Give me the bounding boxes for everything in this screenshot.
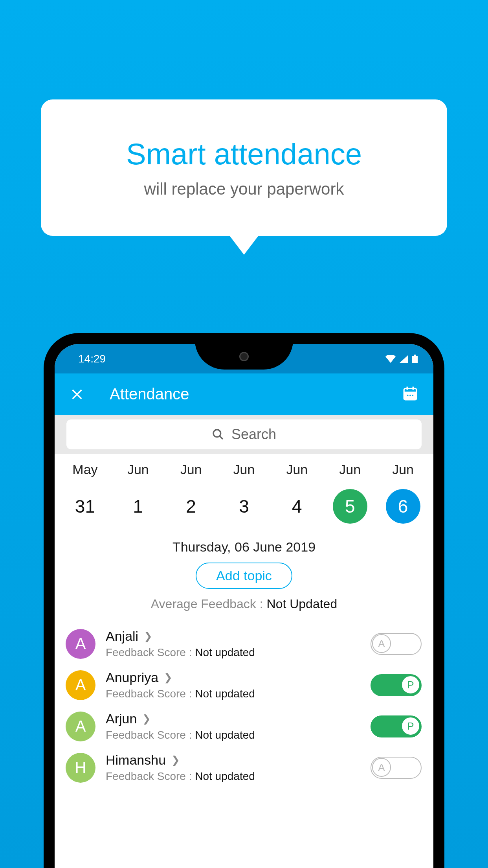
status-time: 14:29 xyxy=(78,353,106,365)
chevron-right-icon: ❯ xyxy=(171,754,180,766)
date-month: Jun xyxy=(180,462,202,477)
svg-point-9 xyxy=(412,394,413,396)
date-day: 6 xyxy=(386,489,420,524)
student-row[interactable]: AAnupriya❯Feedback Score : Not updatedP xyxy=(55,664,433,706)
svg-rect-1 xyxy=(414,355,416,356)
student-name-text: Arjun xyxy=(106,711,137,726)
app-header: Attendance xyxy=(55,373,433,415)
svg-point-8 xyxy=(409,394,411,396)
toggle-knob: P xyxy=(401,675,420,694)
calendar-button[interactable] xyxy=(403,386,418,403)
date-day: 1 xyxy=(121,489,155,524)
search-input[interactable]: Search xyxy=(66,419,422,449)
student-row[interactable]: AAnjali❯Feedback Score : Not updatedA xyxy=(55,623,433,664)
promo-subtitle: will replace your paperwork xyxy=(144,180,344,199)
wifi-icon xyxy=(385,355,396,363)
current-date: Thursday, 06 June 2019 xyxy=(55,539,433,555)
feedback-label: Feedback Score : xyxy=(106,770,195,782)
date-cell[interactable]: Jun3 xyxy=(218,462,271,524)
attendance-toggle[interactable]: A xyxy=(371,757,422,779)
toggle-knob: A xyxy=(372,634,391,653)
signal-icon xyxy=(400,355,408,363)
date-day: 4 xyxy=(280,489,314,524)
student-name-text: Himanshu xyxy=(106,752,166,768)
date-cell[interactable]: Jun6 xyxy=(376,462,429,524)
search-wrap: Search xyxy=(55,415,433,454)
student-name[interactable]: Anjali❯ xyxy=(106,629,360,644)
attendance-toggle[interactable]: A xyxy=(371,633,422,655)
header-title: Attendance xyxy=(110,385,379,403)
date-month: Jun xyxy=(339,462,361,477)
avatar: A xyxy=(66,629,95,659)
toggle-knob: A xyxy=(372,758,391,777)
svg-rect-5 xyxy=(407,386,408,390)
date-strip[interactable]: May31Jun1Jun2Jun3Jun4Jun5Jun6 xyxy=(55,454,433,528)
feedback-line: Feedback Score : Not updated xyxy=(106,688,360,700)
add-topic-wrap: Add topic xyxy=(55,563,433,589)
date-cell[interactable]: Jun1 xyxy=(112,462,165,524)
date-cell[interactable]: Jun2 xyxy=(165,462,218,524)
feedback-line: Feedback Score : Not updated xyxy=(106,770,360,783)
feedback-line: Feedback Score : Not updated xyxy=(106,646,360,659)
date-day: 3 xyxy=(227,489,261,524)
student-list[interactable]: AAnjali❯Feedback Score : Not updatedAAAn… xyxy=(55,623,433,788)
attendance-toggle[interactable]: P xyxy=(371,715,422,737)
student-row[interactable]: AArjun❯Feedback Score : Not updatedP xyxy=(55,706,433,747)
phone-screen: 14:29 Attendance Search May31Jun1Jun2Jun… xyxy=(55,344,433,868)
student-name-text: Anupriya xyxy=(106,670,158,685)
feedback-label: Feedback Score : xyxy=(106,646,195,658)
chevron-right-icon: ❯ xyxy=(164,671,172,684)
search-icon xyxy=(212,428,224,441)
phone-frame: 14:29 Attendance Search May31Jun1Jun2Jun… xyxy=(44,333,444,868)
add-topic-button[interactable]: Add topic xyxy=(196,563,292,589)
feedback-value: Not updated xyxy=(195,770,255,782)
camera-icon xyxy=(239,352,249,361)
date-cell[interactable]: Jun5 xyxy=(323,462,376,524)
avg-feedback-value: Not Updated xyxy=(267,597,338,611)
status-icons xyxy=(385,355,418,363)
close-icon xyxy=(70,388,84,401)
svg-line-11 xyxy=(220,436,223,439)
battery-icon xyxy=(412,355,418,363)
date-month: Jun xyxy=(392,462,414,477)
student-info: Arjun❯Feedback Score : Not updated xyxy=(106,711,360,741)
attendance-toggle[interactable]: P xyxy=(371,674,422,696)
student-row[interactable]: HHimanshu❯Feedback Score : Not updatedA xyxy=(55,747,433,788)
date-month: Jun xyxy=(127,462,149,477)
student-info: Anupriya❯Feedback Score : Not updated xyxy=(106,670,360,700)
feedback-line: Feedback Score : Not updated xyxy=(106,729,360,741)
date-month: Jun xyxy=(286,462,308,477)
student-info: Himanshu❯Feedback Score : Not updated xyxy=(106,752,360,783)
speech-tail xyxy=(229,235,259,255)
search-placeholder: Search xyxy=(231,426,276,443)
student-info: Anjali❯Feedback Score : Not updated xyxy=(106,629,360,659)
feedback-value: Not updated xyxy=(195,729,255,741)
student-name[interactable]: Anupriya❯ xyxy=(106,670,360,685)
average-feedback: Average Feedback : Not Updated xyxy=(55,597,433,611)
feedback-value: Not updated xyxy=(195,646,255,658)
svg-point-10 xyxy=(213,430,221,437)
date-month: Jun xyxy=(233,462,255,477)
date-cell[interactable]: Jun4 xyxy=(270,462,323,524)
date-month: May xyxy=(72,462,97,477)
date-cell[interactable]: May31 xyxy=(59,462,112,524)
avatar: A xyxy=(66,670,95,700)
promo-card: Smart attendance will replace your paper… xyxy=(41,99,447,236)
svg-rect-6 xyxy=(413,386,414,390)
toggle-knob: P xyxy=(401,717,420,736)
date-day: 2 xyxy=(174,489,208,524)
svg-point-7 xyxy=(407,394,409,396)
date-day: 31 xyxy=(68,489,102,524)
avatar: H xyxy=(66,753,95,783)
feedback-value: Not updated xyxy=(195,688,255,700)
student-name[interactable]: Himanshu❯ xyxy=(106,752,360,768)
close-button[interactable] xyxy=(70,388,86,401)
promo-title: Smart attendance xyxy=(126,137,362,171)
date-day: 5 xyxy=(333,489,367,524)
chevron-right-icon: ❯ xyxy=(144,630,152,642)
feedback-label: Feedback Score : xyxy=(106,688,195,700)
calendar-icon xyxy=(403,386,418,401)
feedback-label: Feedback Score : xyxy=(106,729,195,741)
student-name[interactable]: Arjun❯ xyxy=(106,711,360,726)
avg-feedback-label: Average Feedback : xyxy=(151,597,267,611)
